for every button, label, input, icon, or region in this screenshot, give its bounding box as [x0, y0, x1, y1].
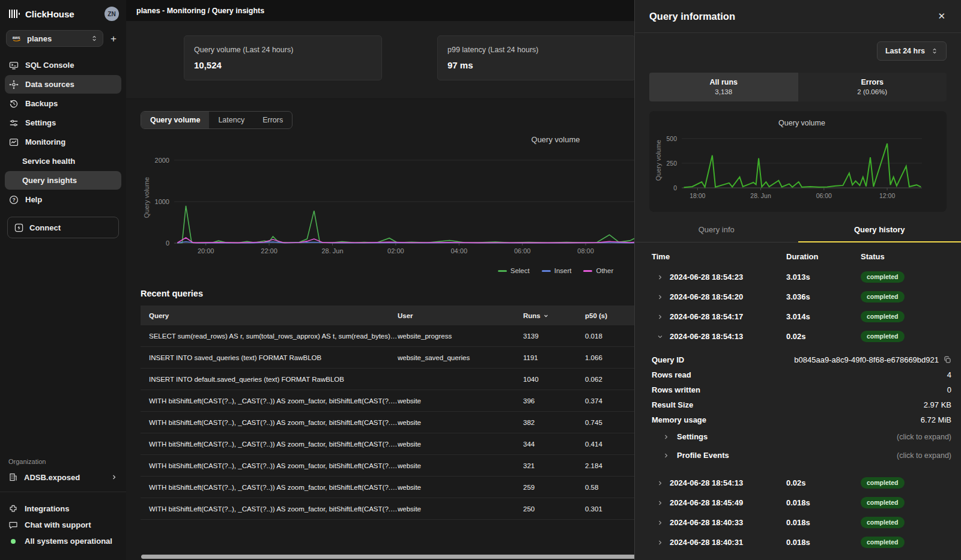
workspace-select[interactable]: aws planes	[6, 30, 103, 47]
cell-query: INSERT INTO default.saved_queries (text)…	[141, 376, 398, 383]
sidebar-item-backups[interactable]: Backups	[5, 94, 121, 113]
sidebar-item-sql-console[interactable]: SQL Console	[5, 56, 121, 74]
expandable-section-settings[interactable]: Settings(click to expand)	[652, 427, 951, 446]
column-header-label: Runs	[523, 312, 541, 319]
sidebar-item-label: Settings	[25, 118, 56, 127]
monitoring-icon	[9, 137, 19, 147]
cell-query: WITH bitShiftLeft(CAST(?..), _CAST(?..))…	[141, 462, 398, 469]
sidebar-footer-chat-with-support[interactable]: Chat with support	[0, 517, 126, 533]
svg-text:0: 0	[673, 184, 677, 191]
status-badge: completed	[861, 331, 905, 342]
history-row[interactable]: 2024-06-28 18:54:203.036scompleted	[652, 287, 951, 307]
svg-text:06:00: 06:00	[514, 247, 531, 254]
cell-p50: 0.745	[585, 419, 642, 426]
history-time: 2024-06-28 18:54:17	[670, 312, 743, 321]
legend-item-other[interactable]: Other	[583, 267, 613, 274]
detail-value-wrap: 4	[947, 370, 951, 379]
panel-tab-query-info[interactable]: Query info	[635, 219, 798, 242]
cell-query: WITH bitShiftLeft(CAST(?..), _CAST(?..))…	[141, 419, 398, 426]
horizontal-scrollbar[interactable]	[141, 555, 640, 559]
history-time: 2024-06-28 18:54:20	[670, 292, 743, 301]
sidebar-footer-all-systems-operational[interactable]: All systems operational	[0, 533, 126, 549]
svg-text:20:00: 20:00	[198, 247, 214, 254]
history-row[interactable]: 2024-06-28 18:54:173.014scompleted	[652, 307, 951, 327]
column-header-query[interactable]: Query	[141, 312, 398, 319]
history-time-cell: 2024-06-28 18:54:13	[652, 478, 786, 487]
cell-runs: 396	[523, 397, 585, 405]
tab-query-volume[interactable]: Query volume	[141, 112, 209, 128]
expandable-label: Profile Events	[677, 451, 729, 460]
column-header-user[interactable]: User	[398, 312, 523, 319]
history-column-time: Time	[652, 252, 786, 261]
svg-text:2000: 2000	[155, 157, 169, 164]
svg-text:Query volume: Query volume	[532, 135, 580, 144]
connect-icon	[14, 223, 23, 232]
sidebar-footer-integrations[interactable]: Integrations	[0, 501, 126, 517]
card-value: 10,524	[194, 60, 372, 70]
add-service-button[interactable]: +	[109, 34, 118, 44]
avatar[interactable]: ZN	[105, 7, 119, 21]
history-time-cell: 2024-06-28 18:54:17	[652, 312, 786, 321]
detail-value: 2.97 KB	[924, 400, 951, 409]
legend-item-insert[interactable]: Insert	[542, 267, 572, 274]
legend-item-select[interactable]: Select	[498, 267, 530, 274]
sidebar-item-query-insights[interactable]: Query insights	[5, 171, 121, 190]
logo-row: ClickHouse ZN	[0, 0, 126, 26]
sidebar-item-data-sources[interactable]: Data sources	[5, 75, 121, 94]
chevron-right-icon	[656, 274, 664, 281]
chart-tabs: Query volumeLatencyErrors	[141, 111, 293, 129]
cell-p50: 0.301	[585, 505, 642, 513]
detail-label: Rows written	[652, 385, 700, 394]
cell-p50: 0.374	[585, 397, 642, 405]
organization-icon	[8, 472, 18, 482]
history-row[interactable]: 2024-06-28 18:45:490.018scompleted	[652, 493, 951, 513]
legend-dash	[498, 270, 507, 272]
segment-all-runs[interactable]: All runs3,138	[649, 73, 798, 101]
history-row[interactable]: 2024-06-28 18:54:130.02scompleted	[652, 327, 951, 346]
sidebar-item-settings[interactable]: Settings	[5, 113, 121, 132]
history-status-cell: completed	[861, 271, 951, 283]
expandable-label: Settings	[677, 432, 708, 441]
chevron-right-icon	[656, 313, 664, 321]
history-status-cell: completed	[861, 537, 951, 548]
sidebar-item-label: SQL Console	[25, 61, 74, 70]
history-row[interactable]: 2024-06-28 18:54:233.013scompleted	[652, 267, 951, 287]
legend-label: Other	[596, 267, 613, 274]
time-range-select[interactable]: Last 24 hrs	[877, 41, 947, 61]
tab-errors[interactable]: Errors	[253, 112, 292, 128]
history-row[interactable]: 2024-06-28 18:40:330.018scompleted	[652, 513, 951, 532]
panel-tab-query-history[interactable]: Query history	[798, 219, 961, 242]
history-duration: 3.014s	[786, 312, 861, 321]
history-status-cell: completed	[861, 311, 951, 322]
organization-row[interactable]: ADSB.exposed	[0, 470, 126, 492]
organization-name: ADSB.exposed	[24, 473, 80, 482]
sidebar-item-service-health[interactable]: Service health	[5, 152, 121, 170]
panel-title: Query information	[649, 11, 735, 22]
detail-value-wrap: 6.72 MiB	[921, 415, 951, 424]
history-row[interactable]: 2024-06-28 18:40:310.018scompleted	[652, 532, 951, 552]
column-header-runs[interactable]: Runs	[523, 312, 585, 319]
organization-heading: Organization	[0, 458, 126, 470]
svg-text:500: 500	[666, 135, 677, 142]
expandable-section-profile-events[interactable]: Profile Events(click to expand)	[652, 446, 951, 465]
segment-errors[interactable]: Errors2 (0.06%)	[798, 73, 947, 101]
svg-text:Query volume: Query volume	[655, 140, 662, 181]
sidebar-item-label: Help	[25, 195, 42, 204]
detail-value-wrap: 2.97 KB	[924, 400, 951, 409]
history-duration: 0.02s	[786, 332, 861, 341]
status-badge: completed	[861, 497, 905, 508]
status-badge: completed	[861, 291, 905, 303]
tab-latency[interactable]: Latency	[209, 112, 253, 128]
connect-label: Connect	[29, 223, 61, 232]
sidebar-item-help[interactable]: ?Help	[5, 190, 121, 209]
sidebar-item-monitoring[interactable]: Monitoring	[5, 133, 121, 151]
history-row[interactable]: 2024-06-28 18:54:130.02scompleted	[652, 473, 951, 493]
chevron-right-icon	[662, 433, 670, 441]
column-header-p50-s[interactable]: p50 (s)	[585, 312, 642, 319]
cell-runs: 3139	[523, 333, 585, 340]
connect-button[interactable]: Connect	[7, 217, 119, 238]
chevron-down-icon	[656, 333, 664, 340]
copy-icon[interactable]	[944, 356, 951, 364]
close-icon[interactable]: ✕	[936, 10, 947, 23]
history-duration: 3.013s	[786, 272, 861, 282]
